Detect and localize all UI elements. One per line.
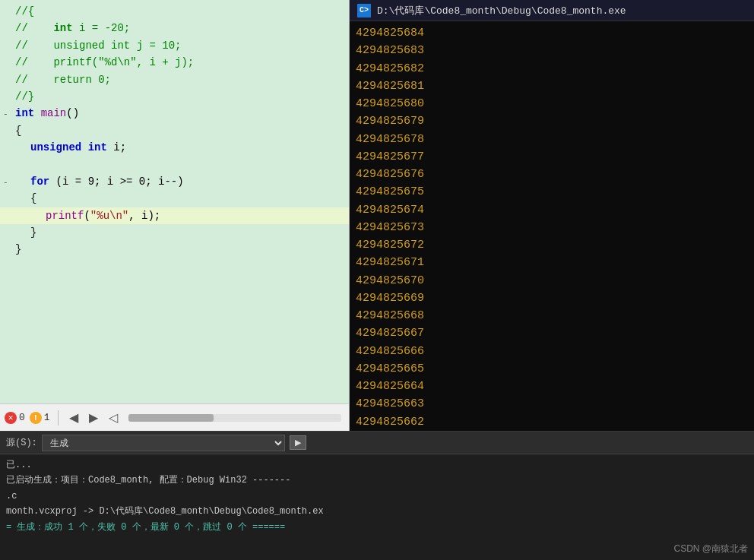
code-text: //} [15, 88, 34, 105]
console-number: 4294825679 [356, 112, 748, 130]
console-number: 4294825678 [356, 131, 748, 148]
prev-button[interactable]: ◁ [106, 409, 121, 426]
code-text: unsigned int i; [15, 139, 126, 156]
source-label: 源(S): [6, 436, 37, 449]
console-number: 4294825664 [356, 378, 748, 395]
output-content: 已...已启动生成：项目：Code8_month, 配置：Debug Win32… [0, 454, 754, 560]
code-line: } [0, 224, 349, 241]
code-text: printf("%u\n", i); [15, 207, 160, 224]
collapse-icon[interactable]: - [3, 176, 15, 190]
console-number: 4294825676 [356, 166, 748, 183]
console-number: 4294825673 [356, 219, 748, 236]
separator [58, 410, 59, 426]
console-number: 4294825682 [356, 60, 748, 78]
output-toolbar: 源(S): 生成 ▶ [0, 432, 754, 454]
output-line: = 生成：成功 1 个，失败 0 个，最新 0 个，跳过 0 个 ====== [6, 520, 748, 535]
code-line: // printf("%d\n", i + j); [0, 54, 349, 71]
console-panel: C> D:\代码库\Code8_month\Debug\Code8_month.… [350, 0, 754, 431]
scrollbar-thumb [128, 414, 214, 422]
output-line: 已... [6, 457, 748, 473]
output-line: .c [6, 489, 748, 504]
code-line: // int i = -20; [0, 20, 349, 36]
code-line: - for (i = 9; i >= 0; i--) [0, 173, 349, 190]
code-line: //} [0, 88, 349, 105]
code-editor-panel: //{ // int i = -20; // unsigned int j = … [0, 0, 350, 431]
console-number: 4294825668 [356, 307, 748, 324]
console-number: 4294825674 [356, 201, 748, 219]
console-output: 4294825684429482568342948256824294825681… [350, 21, 754, 431]
code-text: //{ [15, 3, 34, 20]
code-text: { [15, 122, 21, 139]
code-line: { [0, 122, 349, 139]
code-line: { [0, 190, 349, 207]
console-number: 4294825663 [356, 395, 748, 413]
code-text: for (i = 9; i >= 0; i--) [15, 173, 184, 190]
output-line: month.vcxproj -> D:\代码库\Code8_month\Debu… [6, 504, 748, 519]
console-number: 4294825681 [356, 78, 748, 95]
console-number: 4294825683 [356, 42, 748, 59]
code-toolbar: ✕ 0 ! 1 ◀ ▶ ◁ [0, 403, 349, 431]
console-number: 4294825672 [356, 236, 748, 254]
console-number: 4294825675 [356, 183, 748, 201]
console-number: 4294825669 [356, 289, 748, 307]
console-number: 4294825680 [356, 95, 748, 112]
code-line: } [0, 241, 349, 258]
console-number: 4294825677 [356, 148, 748, 166]
forward-button[interactable]: ▶ [86, 409, 101, 426]
warning-icon: ! [30, 412, 42, 424]
warning-badge: ! 1 [30, 412, 50, 424]
console-number: 4294825666 [356, 343, 748, 360]
error-badge: ✕ 0 [5, 412, 25, 424]
code-text: // return 0; [15, 71, 111, 88]
code-line: // return 0; [0, 71, 349, 88]
console-number: 4294825670 [356, 272, 748, 289]
output-action-button[interactable]: ▶ [290, 435, 306, 450]
code-line: unsigned int i; [0, 139, 349, 156]
warning-count: 1 [44, 412, 50, 423]
error-icon: ✕ [5, 412, 17, 424]
code-text: } [15, 241, 21, 258]
console-number: 4294825671 [356, 254, 748, 271]
console-number: 4294825665 [356, 360, 748, 378]
error-count: 0 [19, 412, 25, 423]
code-text: { [15, 190, 36, 207]
console-number: 4294825662 [356, 413, 748, 431]
console-titlebar: C> D:\代码库\Code8_month\Debug\Code8_month.… [350, 0, 754, 21]
code-text: // printf("%d\n", i + j); [15, 54, 194, 71]
code-text [15, 157, 21, 173]
console-number: 4294825667 [356, 324, 748, 342]
console-title: D:\代码库\Code8_month\Debug\Code8_month.exe [377, 4, 626, 17]
console-icon: C> [357, 4, 371, 17]
console-number: 4294825684 [356, 24, 748, 42]
code-line: // unsigned int j = 10; [0, 37, 349, 54]
code-line-highlighted: printf("%u\n", i); [0, 207, 349, 224]
code-text: int main() [15, 105, 79, 122]
code-text: // int i = -20; [15, 20, 130, 36]
code-line [0, 157, 349, 173]
code-text: } [15, 224, 36, 241]
scrollbar-track[interactable] [128, 414, 341, 422]
collapse-icon[interactable]: - [3, 108, 15, 122]
code-line: //{ [0, 3, 349, 20]
code-text: // unsigned int j = 10; [15, 37, 181, 54]
code-content: //{ // int i = -20; // unsigned int j = … [0, 0, 349, 403]
back-button[interactable]: ◀ [66, 409, 81, 426]
code-line: - int main() [0, 105, 349, 122]
output-panel: 源(S): 生成 ▶ 已...已启动生成：项目：Code8_month, 配置：… [0, 431, 754, 560]
output-line: 已启动生成：项目：Code8_month, 配置：Debug Win32 ---… [6, 473, 748, 488]
source-select[interactable]: 生成 [42, 435, 285, 451]
watermark: CSDN @南猿北者 [673, 543, 748, 555]
